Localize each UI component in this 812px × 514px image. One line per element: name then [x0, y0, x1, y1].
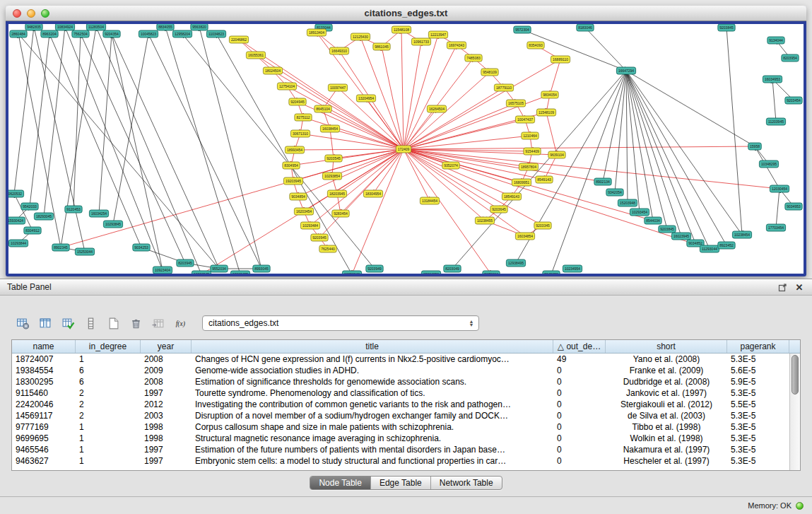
graph-node[interactable]: 9548109	[481, 69, 498, 76]
graph-node[interactable]: 11548108	[392, 26, 411, 33]
tab-edge-table[interactable]: Edge Table	[371, 477, 431, 489]
graph-node[interactable]: 7562504	[72, 30, 89, 37]
table-row[interactable]: 1938455462009Genome-wide association stu…	[12, 365, 800, 376]
graph-node[interactable]: 17703454	[766, 224, 785, 231]
graph-node[interactable]: 7625440	[319, 245, 336, 252]
graph-node[interactable]: 18957804	[519, 163, 538, 170]
graph-node[interactable]: 8645104	[314, 105, 331, 112]
graph-node[interactable]: 9034854	[290, 193, 307, 200]
graph-node[interactable]: 18993454	[285, 146, 304, 153]
graph-node[interactable]: 12030495	[230, 271, 249, 274]
graph-node[interactable]: 16034854	[515, 233, 534, 240]
table-columns-button[interactable]	[35, 314, 55, 332]
graph-node[interactable]: 16038454	[320, 125, 339, 132]
graph-node[interactable]: 18024504	[263, 67, 282, 74]
graph-node[interactable]: 9154409	[524, 148, 541, 155]
network-canvas[interactable]: 2860484948283589632041083492475625041128…	[8, 24, 804, 274]
import-table-button[interactable]	[148, 314, 168, 332]
graph-node[interactable]: 18304954	[363, 190, 382, 197]
graph-node[interactable]: 9542033	[21, 203, 38, 210]
graph-node[interactable]: 9120453	[65, 206, 82, 213]
graph-node[interactable]: 8923452	[718, 242, 735, 249]
graph-node[interactable]: 20620532	[8, 190, 24, 197]
graph-node[interactable]: 172409	[396, 146, 411, 153]
graph-node[interactable]: 9203949	[366, 265, 383, 272]
graph-node[interactable]: 8203954	[782, 54, 799, 62]
graph-node[interactable]: 9203845	[659, 226, 676, 233]
graph-node[interactable]: 16034953	[763, 76, 782, 83]
zoom-window-button[interactable]	[41, 9, 49, 18]
vertical-scrollbar[interactable]	[789, 354, 800, 470]
graph-node[interactable]: 1210464	[522, 132, 539, 139]
memory-status-indicator[interactable]	[796, 502, 804, 510]
graph-node[interactable]: 9482835	[25, 24, 42, 30]
graph-node[interactable]: 16264504	[427, 105, 446, 112]
graph-node[interactable]: 8304912	[24, 227, 41, 234]
graph-node[interactable]: 10045823	[139, 30, 158, 37]
graph-node[interactable]: 9203545	[325, 155, 342, 162]
table-settings-button[interactable]	[13, 314, 33, 332]
graph-node[interactable]: 8902134	[594, 178, 611, 185]
graph-node[interactable]: 11283504	[86, 24, 105, 30]
graph-node[interactable]: 18549143	[502, 193, 521, 200]
graph-node[interactable]: 9563820	[191, 24, 208, 30]
graph-node[interactable]: 9204354	[103, 30, 120, 37]
graph-node[interactable]: 8203945	[177, 259, 194, 267]
graph-node[interactable]: 9203845	[718, 24, 735, 31]
graph-node[interactable]: 8963204	[41, 30, 58, 37]
graph-node[interactable]: 8203049	[444, 265, 461, 272]
graph-node[interactable]: 16203454	[294, 208, 313, 215]
graph-node[interactable]: 16649310	[329, 47, 348, 54]
graph-node[interactable]: 10238454	[732, 231, 751, 238]
graph-node[interactable]: 9203454	[785, 97, 802, 104]
table-row[interactable]: 1830029562008Estimation of significance …	[12, 376, 800, 387]
table-row[interactable]: 946554611997Estimation of the future num…	[12, 444, 800, 455]
float-panel-icon[interactable]	[777, 281, 788, 293]
graph-node[interactable]: 15253044	[75, 248, 94, 255]
graph-node[interactable]: 12030454	[770, 185, 789, 192]
graph-node[interactable]: 9639104	[548, 151, 565, 158]
table-check-button[interactable]	[58, 314, 78, 332]
graph-node[interactable]: 10234954	[563, 265, 582, 272]
graph-node[interactable]: 18779110	[494, 84, 513, 91]
graph-node[interactable]: 11548109	[536, 109, 555, 116]
graph-node[interactable]: 9283454	[332, 210, 349, 217]
graph-node[interactable]: 12958204	[172, 30, 192, 37]
graph-node[interactable]: 12938495	[506, 259, 525, 267]
graph-node[interactable]: 10293845	[103, 221, 122, 228]
graph-node[interactable]: 9203345	[534, 222, 551, 229]
graph-node[interactable]: 10293043	[342, 271, 361, 274]
graph-node[interactable]: 9134044	[767, 37, 784, 44]
graph-node[interactable]: 9034253	[133, 244, 150, 251]
graph-node[interactable]: 19203945	[283, 177, 302, 185]
graph-node[interactable]: 9352074	[442, 162, 459, 169]
graph-node[interactable]: 16889110	[551, 56, 570, 63]
table-row[interactable]: 946362711997Embryonic stem cells: a mode…	[12, 455, 800, 467]
graph-node[interactable]: 8354093	[527, 42, 544, 49]
graph-node[interactable]: 9572304	[514, 26, 531, 33]
graph-node[interactable]: 8544034	[645, 217, 661, 224]
graph-node[interactable]: 9342054	[606, 189, 623, 196]
graph-node[interactable]: 8275112	[295, 114, 312, 121]
delete-button[interactable]	[126, 314, 146, 332]
graph-node[interactable]: 8549143	[536, 176, 553, 183]
new-document-button[interactable]	[103, 314, 123, 332]
graph-node[interactable]: 9834054	[541, 91, 558, 98]
graph-node[interactable]: 16203945	[192, 271, 211, 274]
graph-node[interactable]: 13184454	[420, 197, 439, 204]
close-panel-icon[interactable]: ✕	[794, 281, 805, 293]
graph-node[interactable]: 16034254	[89, 210, 108, 217]
graph-node[interactable]: 22046862	[229, 36, 248, 43]
tab-node-table[interactable]: Node Table	[310, 477, 371, 489]
column-header-year[interactable]: year	[141, 340, 192, 353]
graph-node[interactable]: 9203945	[311, 234, 328, 241]
table-row[interactable]: 977716911998Corpus callosum shape and si…	[12, 421, 800, 433]
graph-node[interactable]: 9204945	[289, 98, 306, 105]
graph-node[interactable]: 10238455	[475, 217, 494, 224]
graph-node[interactable]: 10834924	[55, 24, 74, 30]
graph-node[interactable]: 10293454	[630, 209, 649, 216]
table-panel-header[interactable]: Table Panel ✕	[0, 279, 812, 296]
graph-node[interactable]: 9203645	[490, 206, 507, 213]
network-graph[interactable]: 2860484948283589632041083492475625041128…	[8, 24, 804, 274]
graph-node[interactable]: 8902345	[52, 244, 69, 251]
